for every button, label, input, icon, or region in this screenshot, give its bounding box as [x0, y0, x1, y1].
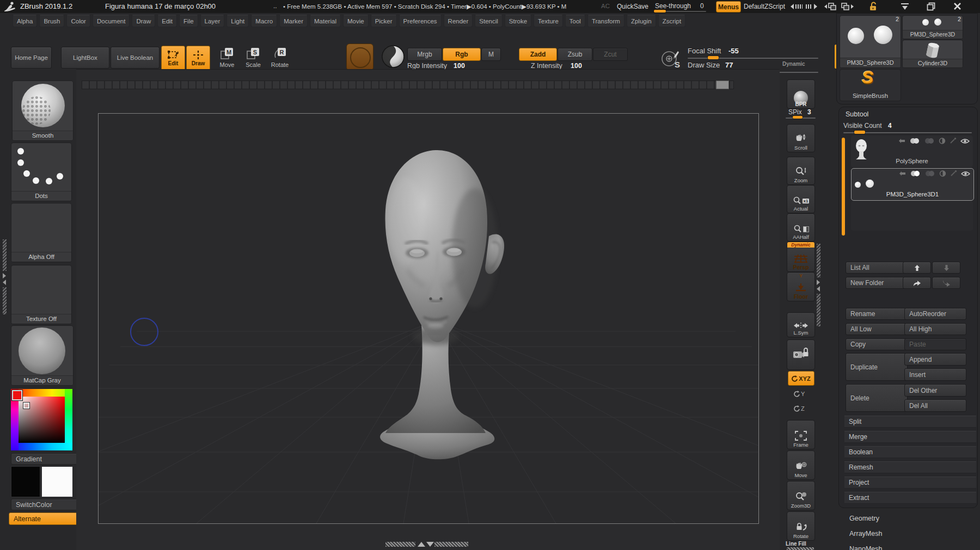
- rotate-nav-button[interactable]: Rotate: [787, 511, 815, 541]
- visible-count-handle[interactable]: [854, 131, 865, 134]
- subtool-contrast-icon[interactable]: [939, 138, 946, 144]
- subtool-down-button[interactable]: [932, 262, 960, 274]
- copy-button[interactable]: Copy: [846, 338, 908, 350]
- minimize-icon[interactable]: [901, 3, 909, 10]
- subtool-row-pm3d-sphere3d1[interactable]: PM3D_Sphere3D1: [851, 168, 974, 201]
- see-through-slider-handle[interactable]: [654, 10, 666, 13]
- menu-alpha[interactable]: Alpha: [13, 15, 37, 27]
- live-boolean-button[interactable]: Live Boolean: [111, 47, 160, 69]
- zoom-button[interactable]: Zoom: [787, 157, 815, 185]
- current-texture-thumbnail[interactable]: Texture Off: [11, 265, 72, 324]
- all-high-button[interactable]: All High: [904, 323, 966, 335]
- menu-color[interactable]: Color: [66, 15, 90, 27]
- rotate-y-button[interactable]: Y: [794, 391, 805, 397]
- active-tool-thumbnail[interactable]: 2 PM3D_Sphere3D: [840, 15, 901, 68]
- menu-tool[interactable]: Tool: [565, 15, 585, 27]
- close-icon[interactable]: [953, 2, 961, 10]
- canvas-tick-handle[interactable]: [716, 81, 729, 89]
- dynamic-mode-label[interactable]: Dynamic: [782, 61, 805, 67]
- menu-marker[interactable]: Marker: [279, 15, 308, 27]
- del-other-button[interactable]: Del Other: [904, 384, 966, 397]
- z-intensity-label[interactable]: Z Intensity: [531, 62, 562, 70]
- divider-arrow-right-icon[interactable]: [3, 273, 6, 279]
- menu-preferences[interactable]: Preferences: [399, 15, 442, 27]
- dock-right-icon[interactable]: [841, 2, 854, 11]
- project-button[interactable]: Project: [844, 477, 976, 489]
- shrink-tray-left-icon[interactable]: [791, 3, 803, 10]
- subtool-brush-icon[interactable]: [950, 138, 957, 144]
- scroll-button[interactable]: Scroll: [787, 124, 815, 152]
- split-button[interactable]: Split: [844, 416, 976, 428]
- tool-slot4-thumbnail[interactable]: S SimpleBrush: [840, 69, 901, 101]
- subtool-eye-icon[interactable]: [961, 171, 970, 177]
- right-divider-arrow-right-icon[interactable]: [817, 280, 820, 285]
- spix-label[interactable]: SPix: [788, 108, 802, 116]
- spix-handle[interactable]: [793, 116, 803, 119]
- subtool-title[interactable]: Subtool: [846, 110, 868, 118]
- rgb-intensity-label[interactable]: Rgb Intensity: [407, 62, 447, 70]
- delete-button[interactable]: Delete: [846, 384, 908, 412]
- tool-slot3-thumbnail[interactable]: Cylinder3D: [902, 40, 963, 68]
- line-fill-label[interactable]: Line Fill: [786, 541, 806, 547]
- doc-scroll-down-icon[interactable]: [426, 542, 434, 547]
- rename-button[interactable]: Rename: [846, 308, 908, 320]
- menu-document[interactable]: Document: [93, 15, 130, 27]
- append-button[interactable]: Append: [904, 353, 966, 366]
- subtool-eye-icon[interactable]: [960, 138, 970, 144]
- floor-button[interactable]: Y Floor: [787, 272, 815, 301]
- subtool-scrollbar[interactable]: [842, 138, 845, 236]
- menu-stencil[interactable]: Stencil: [475, 15, 503, 27]
- tool-slot2-thumbnail[interactable]: 2 PM3D_Sphere3D: [902, 15, 963, 39]
- menu-transform[interactable]: Transform: [587, 15, 624, 27]
- subtool-visibility-pair-icon[interactable]: [909, 138, 920, 144]
- menu-texture[interactable]: Texture: [534, 15, 563, 27]
- hue-edge-bottom[interactable]: [11, 443, 72, 450]
- edit-button[interactable]: Edit: [161, 46, 185, 71]
- section-nanomesh[interactable]: NanoMesh: [849, 545, 882, 550]
- subtool-link-icon[interactable]: [899, 171, 906, 176]
- current-stroke-thumbnail[interactable]: Dots: [11, 143, 72, 201]
- scale-button[interactable]: S Scale: [240, 46, 266, 70]
- menu-edit[interactable]: Edit: [157, 15, 177, 27]
- rotate-z-button[interactable]: Z: [794, 405, 805, 412]
- menu-stroke[interactable]: Stroke: [505, 15, 531, 27]
- right-divider[interactable]: [816, 244, 821, 326]
- del-all-button[interactable]: Del All: [904, 399, 966, 412]
- alternate-button[interactable]: Alternate: [9, 512, 78, 525]
- menu-zplugin[interactable]: Zplugin: [627, 15, 656, 27]
- lsym-button[interactable]: L.Sym: [787, 312, 815, 337]
- doc-scroll-up-icon[interactable]: [418, 542, 425, 547]
- menu-draw[interactable]: Draw: [132, 15, 155, 27]
- switchcolor-button[interactable]: SwitchColor: [11, 499, 78, 510]
- move-button[interactable]: M Move: [214, 46, 240, 70]
- actual-button[interactable]: x1 Actual: [787, 185, 815, 213]
- focal-shift-handle[interactable]: [708, 56, 719, 59]
- color-picker[interactable]: [11, 389, 72, 450]
- rotate-button[interactable]: R Rotate: [266, 46, 293, 70]
- current-material-thumbnail[interactable]: MatCap Gray: [11, 325, 74, 386]
- duplicate-button[interactable]: Duplicate: [846, 353, 908, 381]
- zsub-button[interactable]: Zsub: [558, 48, 592, 61]
- menu-zscript[interactable]: Zscript: [658, 15, 686, 27]
- menu-material[interactable]: Material: [310, 15, 341, 27]
- aahalf-button[interactable]: AAHalf: [787, 213, 815, 242]
- current-alpha-thumbnail[interactable]: Alpha Off: [11, 203, 72, 262]
- subtool-contrast-icon[interactable]: [939, 170, 946, 177]
- draw-button[interactable]: Draw: [186, 46, 210, 71]
- menu-brush[interactable]: Brush: [39, 15, 64, 27]
- secondary-color-swatch[interactable]: [41, 466, 73, 497]
- mrgb-button[interactable]: Mrgb: [407, 48, 442, 61]
- rgb-button[interactable]: Rgb: [443, 48, 481, 61]
- default-zscript-button[interactable]: DefaultZScript: [744, 3, 785, 10]
- section-geometry[interactable]: Geometry: [849, 515, 879, 522]
- list-all-button[interactable]: List All: [846, 262, 905, 274]
- move-nav-button[interactable]: Move: [787, 450, 815, 480]
- camera-lock-button[interactable]: [787, 339, 815, 370]
- menu-macro[interactable]: Macro: [251, 15, 277, 27]
- zoom3d-button[interactable]: Zoom3D: [787, 481, 815, 510]
- main-color-swatch[interactable]: [11, 466, 40, 497]
- subtool-link-icon[interactable]: [898, 138, 905, 144]
- current-material-ball[interactable]: [381, 45, 405, 69]
- folder-move-up-button[interactable]: [903, 277, 931, 289]
- autoreorder-button[interactable]: AutoReorder: [904, 308, 966, 320]
